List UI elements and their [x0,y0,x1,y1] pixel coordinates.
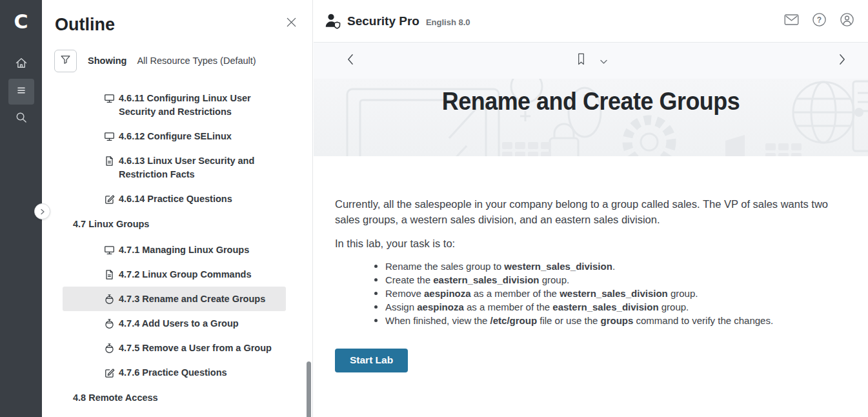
account-button[interactable] [838,13,855,30]
task-list: Rename the sales group to western_sales_… [374,259,842,327]
outline-item-label: 4.7.4 Add Users to a Group [119,317,239,331]
main-content: Security Pro English 8.0 ? [314,0,868,417]
next-lesson-button[interactable] [839,54,846,68]
lesson-body: Currently, all the salespeople in your c… [314,156,868,372]
outline-item[interactable]: 4.8.1 Remote Access [63,411,286,417]
lab-icon [104,318,115,329]
page-title: Rename and Create Groups [336,79,845,116]
task-intro-text: In this lab, your task is to: [335,238,842,250]
outline-item-label: 4.8 Remote Access [73,391,158,405]
document-icon [104,269,115,280]
outline-item[interactable]: 4.7.1 Managing Linux Groups [63,238,286,262]
outline-collapse-toggle[interactable] [34,203,50,219]
bookmark-menu-button[interactable] [600,55,607,66]
outline-item[interactable]: 4.6.14 Practice Questions [63,187,286,211]
lesson-banner: Rename and Create Groups [314,79,868,156]
product-header: Security Pro English 8.0 ? [314,0,868,43]
outline-scrollbar-thumb[interactable] [307,361,311,417]
chevron-right-icon [40,206,45,218]
scenario-text: Currently, all the salespeople in your c… [335,196,842,227]
filter-button[interactable] [54,50,77,72]
close-icon [286,19,297,30]
bookmark-icon [575,57,587,68]
task-bullet: Create the eastern_sales_division group. [374,273,842,287]
app-window: C Outline Showing All Resource T [0,0,868,417]
chevron-left-icon [347,56,354,67]
filter-funnel-icon [60,54,71,68]
filter-showing-label: Showing [88,56,126,66]
account-icon [840,12,854,30]
lesson-navbar [314,43,868,79]
outline-item[interactable]: 4.7.4 Add Users to a Group [63,311,286,336]
video-icon [104,93,115,104]
outline-item-label: 4.7.1 Managing Linux Groups [119,243,249,257]
mail-icon [784,12,799,30]
outline-item[interactable]: 4.7.2 Linux Group Commands [63,262,286,287]
outline-item[interactable]: 4.7.6 Practice Questions [63,360,286,385]
practice-questions-icon [104,194,115,205]
task-bullet: When finished, view the /etc/group file … [374,314,842,327]
outline-item-label: 4.6.11 Configuring Linux User Security a… [119,92,283,119]
filter-value[interactable]: All Resource Types (Default) [137,56,256,66]
person-shield-icon [324,12,341,30]
outline-item-label: 4.7.6 Practice Questions [119,366,227,380]
outline-item[interactable]: 4.6.11 Configuring Linux User Security a… [63,86,286,124]
practice-questions-icon [104,367,115,378]
outline-item[interactable]: 4.7.5 Remove a User from a Group [63,336,286,360]
sidebar-item-home[interactable] [8,52,34,77]
outline-item-label: 4.7.5 Remove a User from a Group [119,341,272,355]
outline-panel: Outline Showing All Resource Types (Defa… [42,0,313,417]
bookmark-button[interactable] [575,53,587,69]
document-icon [104,156,115,167]
help-button[interactable]: ? [811,13,827,30]
task-bullet: Rename the sales group to western_sales_… [374,259,842,273]
mail-button[interactable] [783,13,800,30]
outline-item-label: 4.7.2 Linux Group Commands [119,268,251,281]
svg-text:?: ? [816,15,821,25]
task-bullet: Remove aespinoza as a member of the west… [374,287,842,300]
help-icon: ? [812,12,827,30]
chevron-down-icon [600,55,607,66]
previous-lesson-button[interactable] [347,54,354,68]
task-bullet: Assign aespinoza as a member of the east… [374,300,842,314]
sidebar-item-search[interactable] [8,106,34,132]
outline-item[interactable]: 4.6.13 Linux User Security and Restricti… [63,148,286,187]
outline-section[interactable]: 4.8 Remote Access [42,385,312,411]
lab-icon [104,294,115,305]
menu-icon [15,84,28,99]
outline-section[interactable]: 4.7 Linux Groups [42,211,312,238]
outline-item-label: 4.7 Linux Groups [73,218,149,231]
outline-item[interactable]: 4.7.3 Rename and Create Groups [63,287,286,311]
testout-logo[interactable]: C [0,0,42,43]
outline-item-label: 4.6.14 Practice Questions [119,192,232,206]
outline-item-label: 4.7.3 Rename and Create Groups [119,292,265,306]
outline-item-label: 4.6.12 Configure SELinux [119,130,232,143]
product-title: Security Pro [347,14,419,28]
chevron-right-icon [839,56,846,67]
outline-title: Outline [55,13,115,36]
outline-item[interactable]: 4.6.12 Configure SELinux [63,124,286,148]
home-icon [15,57,28,72]
close-outline-button[interactable] [286,17,297,30]
search-icon [15,111,28,127]
start-lab-button[interactable]: Start Lab [335,349,408,372]
video-icon [104,245,115,256]
sidebar-item-outline[interactable] [8,79,34,105]
lab-icon [104,343,115,354]
outline-item-label: 4.6.13 Linux User Security and Restricti… [119,154,283,181]
product-edition: English 8.0 [426,15,470,27]
video-icon [104,131,115,142]
outline-tree: 4.6.11 Configuring Linux User Security a… [42,86,312,417]
